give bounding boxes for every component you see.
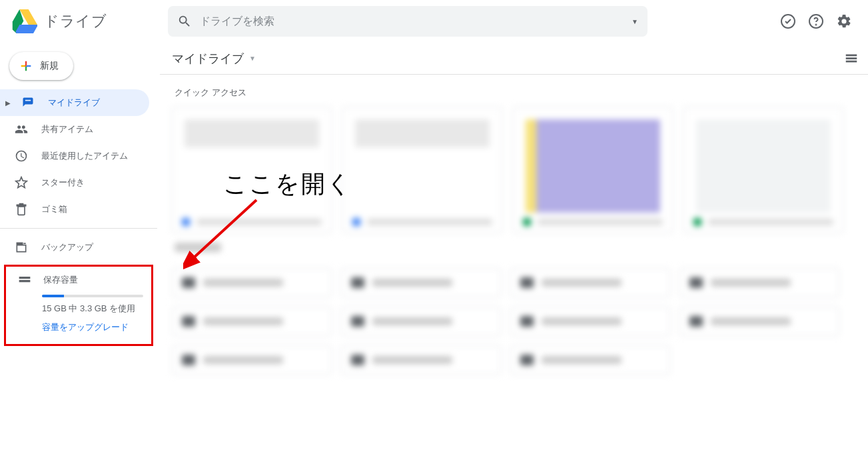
new-button[interactable]: 新規: [9, 52, 73, 80]
drive-logo-icon: [11, 9, 37, 33]
quick-access-cards: [160, 107, 868, 233]
storage-heading: 保存容量: [43, 274, 78, 286]
nav-label: バックアップ: [41, 241, 93, 253]
search-icon: [177, 14, 192, 29]
mydrive-icon: [21, 96, 35, 109]
offline-ready-icon[interactable]: [780, 13, 796, 29]
upgrade-storage-link[interactable]: 容量をアップグレード: [42, 321, 143, 333]
folder-item[interactable]: [172, 345, 332, 375]
nav-label: スター付き: [41, 177, 85, 189]
sidebar-item-backup[interactable]: バックアップ: [0, 234, 149, 261]
plus-icon: [19, 59, 33, 73]
folder-item[interactable]: [679, 307, 839, 336]
folder-item[interactable]: [510, 307, 670, 336]
nav-label: 共有アイテム: [41, 123, 93, 135]
logo-area: ドライブ: [11, 9, 168, 33]
folder-item[interactable]: [510, 345, 670, 375]
storage-usage-text: 15 GB 中 3.3 GB を使用: [42, 303, 143, 315]
sidebar-item-trash[interactable]: ゴミ箱: [0, 196, 149, 223]
folder-item[interactable]: [172, 307, 332, 336]
list-view-icon[interactable]: [844, 51, 859, 66]
folder-item[interactable]: [679, 268, 839, 297]
file-card[interactable]: [683, 107, 843, 233]
folder-item[interactable]: [341, 307, 501, 336]
nav-label: 最近使用したアイテム: [41, 150, 128, 162]
breadcrumb-current: マイドライブ: [172, 51, 244, 67]
shared-icon: [15, 123, 28, 136]
breadcrumb[interactable]: マイドライブ ▼: [160, 43, 868, 75]
sidebar-item-shared[interactable]: 共有アイテム: [0, 116, 149, 143]
expand-arrow-icon[interactable]: ▶: [5, 99, 11, 107]
quick-access-label: クイック アクセス: [160, 75, 868, 107]
folder-item[interactable]: [341, 268, 501, 297]
storage-icon: [18, 273, 31, 287]
storage-section: 保存容量 15 GB 中 3.3 GB を使用 容量をアップグレード: [4, 265, 153, 346]
nav-label: マイドライブ: [48, 97, 100, 109]
search-input[interactable]: [200, 15, 632, 27]
trash-icon: [15, 203, 28, 216]
sidebar: 新規 ▶ マイドライブ 共有アイテム 最近使用したアイテム スター付き: [0, 43, 157, 450]
content-area: マイドライブ ▼ クイック アクセス: [157, 43, 868, 450]
help-icon[interactable]: [808, 13, 824, 29]
sidebar-item-recent[interactable]: 最近使用したアイテム: [0, 143, 149, 169]
nav-label: ゴミ箱: [41, 203, 67, 215]
backup-icon: [15, 241, 28, 254]
folder-rows: [160, 268, 868, 375]
file-card[interactable]: [172, 107, 332, 233]
sidebar-item-starred[interactable]: スター付き: [0, 169, 149, 196]
search-bar[interactable]: ▼: [168, 6, 648, 37]
new-button-label: 新規: [40, 60, 59, 72]
breadcrumb-dropdown-icon[interactable]: ▼: [249, 55, 256, 62]
section-header: [175, 243, 868, 263]
folder-item[interactable]: [510, 268, 670, 297]
folder-item[interactable]: [172, 268, 332, 297]
star-icon: [15, 176, 28, 189]
app-title: ドライブ: [44, 11, 107, 31]
file-card[interactable]: [342, 107, 502, 233]
clock-icon: [15, 149, 28, 163]
file-card[interactable]: [513, 107, 673, 233]
sidebar-item-mydrive[interactable]: ▶ マイドライブ: [0, 89, 149, 116]
settings-gear-icon[interactable]: [836, 13, 852, 29]
folder-item[interactable]: [341, 345, 501, 375]
storage-bar: [42, 295, 143, 297]
svg-point-2: [816, 25, 817, 25]
search-options-icon[interactable]: ▼: [632, 18, 638, 25]
